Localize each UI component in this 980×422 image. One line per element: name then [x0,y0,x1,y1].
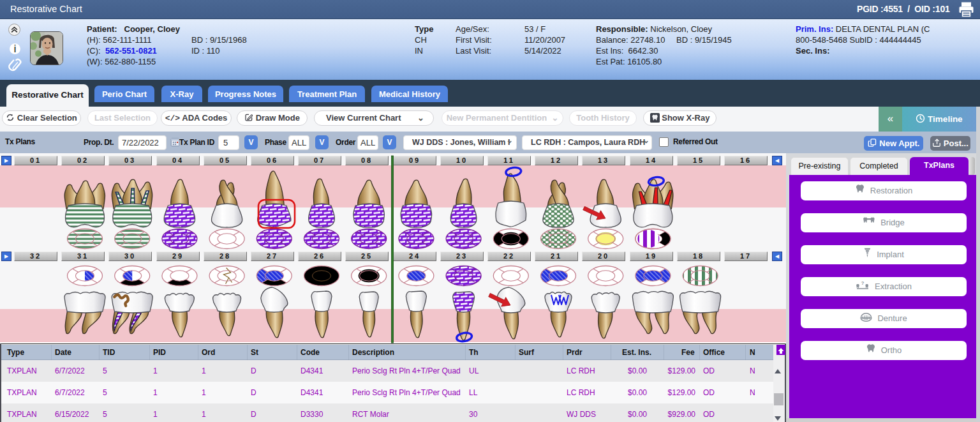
svg-text:?: ? [861,280,865,286]
